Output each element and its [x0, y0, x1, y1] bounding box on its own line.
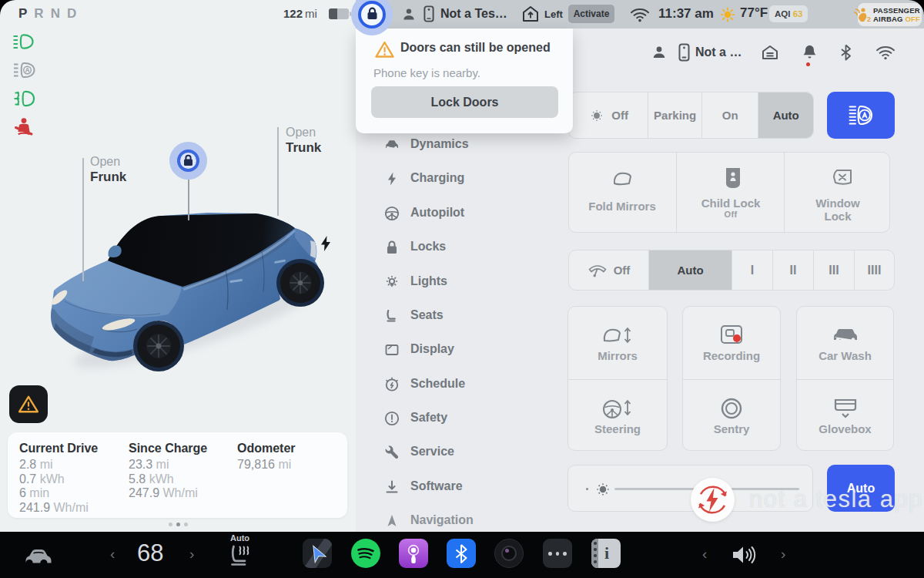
svg-text:2: 2: [867, 15, 871, 23]
svg-text:A: A: [25, 66, 29, 74]
